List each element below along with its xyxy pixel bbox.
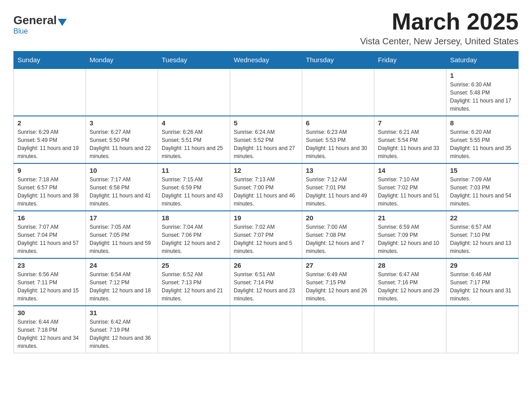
day-number: 14	[378, 167, 442, 174]
day-number: 31	[90, 309, 154, 317]
calendar-day-cell: 23Sunrise: 6:56 AMSunset: 7:11 PMDayligh…	[14, 258, 86, 306]
day-number: 26	[234, 261, 298, 269]
calendar-day-cell: 4Sunrise: 6:26 AMSunset: 5:51 PMDaylight…	[158, 116, 230, 163]
calendar-day-cell: 18Sunrise: 7:04 AMSunset: 7:06 PMDayligh…	[158, 211, 230, 258]
day-number: 15	[450, 167, 515, 174]
day-info: Sunrise: 6:29 AMSunset: 5:49 PMDaylight:…	[17, 128, 82, 160]
day-info: Sunrise: 7:04 AMSunset: 7:06 PMDaylight:…	[162, 223, 226, 255]
day-number: 20	[306, 214, 370, 222]
day-info: Sunrise: 7:12 AMSunset: 7:01 PMDaylight:…	[306, 176, 370, 208]
calendar-table: SundayMondayTuesdayWednesdayThursdayFrid…	[13, 51, 519, 353]
calendar-day-cell: 6Sunrise: 6:23 AMSunset: 5:53 PMDaylight…	[302, 116, 374, 163]
calendar-day-cell: 30Sunrise: 6:44 AMSunset: 7:18 PMDayligh…	[14, 306, 86, 353]
calendar-day-cell: 27Sunrise: 6:49 AMSunset: 7:15 PMDayligh…	[302, 258, 374, 306]
calendar-day-cell: 24Sunrise: 6:54 AMSunset: 7:12 PMDayligh…	[86, 258, 158, 306]
day-info: Sunrise: 7:09 AMSunset: 7:03 PMDaylight:…	[450, 176, 515, 208]
logo-blue-text: Blue	[13, 27, 28, 35]
day-info: Sunrise: 6:23 AMSunset: 5:53 PMDaylight:…	[306, 128, 370, 160]
logo-general-text: General	[13, 13, 57, 27]
day-number: 6	[306, 119, 370, 127]
day-number: 16	[17, 214, 82, 222]
day-number: 10	[90, 167, 154, 174]
calendar-day-cell: 22Sunrise: 6:57 AMSunset: 7:10 PMDayligh…	[446, 211, 519, 258]
day-info: Sunrise: 6:49 AMSunset: 7:15 PMDaylight:…	[306, 270, 370, 303]
title-block: March 2025 Vista Center, New Jersey, Uni…	[360, 9, 519, 47]
calendar-day-cell: 28Sunrise: 6:47 AMSunset: 7:16 PMDayligh…	[374, 258, 446, 306]
day-number: 2	[17, 119, 82, 127]
calendar-day-cell	[302, 306, 374, 353]
day-number: 23	[17, 261, 82, 269]
day-number: 4	[162, 119, 226, 127]
calendar-day-cell: 21Sunrise: 6:59 AMSunset: 7:09 PMDayligh…	[374, 211, 446, 258]
day-of-week-header: Saturday	[446, 51, 519, 69]
calendar-day-cell: 12Sunrise: 7:13 AMSunset: 7:00 PMDayligh…	[230, 163, 302, 211]
day-of-week-header: Monday	[86, 51, 158, 69]
month-title: March 2025	[360, 9, 519, 34]
day-number: 28	[378, 261, 442, 269]
calendar-day-cell: 29Sunrise: 6:46 AMSunset: 7:17 PMDayligh…	[446, 258, 519, 306]
day-info: Sunrise: 6:24 AMSunset: 5:52 PMDaylight:…	[234, 128, 298, 160]
day-number: 18	[162, 214, 226, 222]
calendar-day-cell: 8Sunrise: 6:20 AMSunset: 5:55 PMDaylight…	[446, 116, 519, 163]
day-number: 11	[162, 167, 226, 174]
day-number: 1	[450, 72, 515, 79]
calendar-day-cell	[158, 68, 230, 116]
calendar-day-cell: 9Sunrise: 7:18 AMSunset: 6:57 PMDaylight…	[14, 163, 86, 211]
calendar-day-cell: 7Sunrise: 6:21 AMSunset: 5:54 PMDaylight…	[374, 116, 446, 163]
day-info: Sunrise: 6:47 AMSunset: 7:16 PMDaylight:…	[378, 270, 442, 303]
calendar-day-cell: 17Sunrise: 7:05 AMSunset: 7:05 PMDayligh…	[86, 211, 158, 258]
day-number: 3	[90, 119, 154, 127]
day-of-week-header: Thursday	[302, 51, 374, 69]
logo: General Blue	[13, 13, 68, 35]
day-info: Sunrise: 7:07 AMSunset: 7:04 PMDaylight:…	[17, 223, 82, 255]
calendar-day-cell: 19Sunrise: 7:02 AMSunset: 7:07 PMDayligh…	[230, 211, 302, 258]
day-info: Sunrise: 6:57 AMSunset: 7:10 PMDaylight:…	[450, 223, 515, 255]
calendar-day-cell: 2Sunrise: 6:29 AMSunset: 5:49 PMDaylight…	[14, 116, 86, 163]
day-number: 13	[306, 167, 370, 174]
day-info: Sunrise: 6:46 AMSunset: 7:17 PMDaylight:…	[450, 270, 515, 303]
logo-arrow-icon	[58, 19, 67, 26]
day-info: Sunrise: 6:56 AMSunset: 7:11 PMDaylight:…	[17, 270, 82, 303]
day-number: 8	[450, 119, 515, 127]
day-info: Sunrise: 7:17 AMSunset: 6:58 PMDaylight:…	[90, 176, 154, 208]
calendar-header-row: SundayMondayTuesdayWednesdayThursdayFrid…	[14, 51, 519, 69]
day-info: Sunrise: 6:42 AMSunset: 7:19 PMDaylight:…	[90, 318, 154, 350]
day-info: Sunrise: 7:15 AMSunset: 6:59 PMDaylight:…	[162, 176, 226, 208]
day-info: Sunrise: 6:59 AMSunset: 7:09 PMDaylight:…	[378, 223, 442, 255]
calendar-day-cell	[86, 68, 158, 116]
day-number: 24	[90, 261, 154, 269]
day-info: Sunrise: 7:13 AMSunset: 7:00 PMDaylight:…	[234, 176, 298, 208]
day-info: Sunrise: 7:02 AMSunset: 7:07 PMDaylight:…	[234, 223, 298, 255]
page-header: General Blue March 2025 Vista Center, Ne…	[13, 9, 519, 47]
day-info: Sunrise: 6:44 AMSunset: 7:18 PMDaylight:…	[17, 318, 82, 350]
calendar-day-cell	[230, 68, 302, 116]
day-of-week-header: Tuesday	[158, 51, 230, 69]
calendar-day-cell: 16Sunrise: 7:07 AMSunset: 7:04 PMDayligh…	[14, 211, 86, 258]
calendar-day-cell: 11Sunrise: 7:15 AMSunset: 6:59 PMDayligh…	[158, 163, 230, 211]
day-info: Sunrise: 6:20 AMSunset: 5:55 PMDaylight:…	[450, 128, 515, 160]
day-number: 7	[378, 119, 442, 127]
day-of-week-header: Sunday	[14, 51, 86, 69]
calendar-week-row: 9Sunrise: 7:18 AMSunset: 6:57 PMDaylight…	[14, 163, 519, 211]
day-number: 22	[450, 214, 515, 222]
location-title: Vista Center, New Jersey, United States	[360, 36, 519, 47]
calendar-week-row: 2Sunrise: 6:29 AMSunset: 5:49 PMDaylight…	[14, 116, 519, 163]
calendar-week-row: 23Sunrise: 6:56 AMSunset: 7:11 PMDayligh…	[14, 258, 519, 306]
day-number: 5	[234, 119, 298, 127]
day-info: Sunrise: 7:18 AMSunset: 6:57 PMDaylight:…	[17, 176, 82, 208]
day-number: 27	[306, 261, 370, 269]
calendar-day-cell: 25Sunrise: 6:52 AMSunset: 7:13 PMDayligh…	[158, 258, 230, 306]
day-info: Sunrise: 7:00 AMSunset: 7:08 PMDaylight:…	[306, 223, 370, 255]
calendar-week-row: 16Sunrise: 7:07 AMSunset: 7:04 PMDayligh…	[14, 211, 519, 258]
calendar-day-cell	[302, 68, 374, 116]
day-number: 29	[450, 261, 515, 269]
calendar-day-cell	[14, 68, 86, 116]
calendar-day-cell	[230, 306, 302, 353]
calendar-day-cell: 3Sunrise: 6:27 AMSunset: 5:50 PMDaylight…	[86, 116, 158, 163]
day-number: 25	[162, 261, 226, 269]
day-number: 17	[90, 214, 154, 222]
day-of-week-header: Wednesday	[230, 51, 302, 69]
day-of-week-header: Friday	[374, 51, 446, 69]
calendar-day-cell: 1Sunrise: 6:30 AMSunset: 5:48 PMDaylight…	[446, 68, 519, 116]
day-info: Sunrise: 6:30 AMSunset: 5:48 PMDaylight:…	[450, 81, 515, 113]
